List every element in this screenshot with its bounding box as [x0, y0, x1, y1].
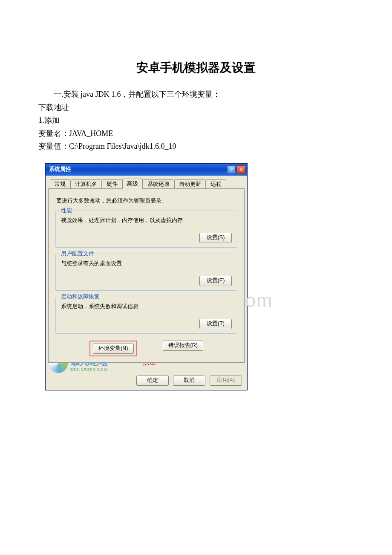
help-button[interactable]: ?	[227, 165, 236, 174]
group-startup-recovery: 启动和故障恢复 系统启动，系统失败和调试信息 设置(T)	[55, 297, 237, 334]
dialog-title: 系统属性	[49, 166, 71, 173]
group-user-profiles-legend: 用户配置文件	[59, 250, 96, 257]
dialog-client: www.bd .com 常规 计算机名 硬件 高级 系统还原 自动更新 远程 要…	[46, 176, 247, 390]
user-profiles-settings-button[interactable]: 设置(E)	[199, 276, 232, 286]
mid-button-row: 环境变量(N) 错误报告(R)	[55, 341, 237, 356]
document-body: 一.安装 java JDK 1.6，并配置以下三个环境变量： 下载地址 1.添加…	[38, 88, 354, 153]
startup-recovery-settings-button[interactable]: 设置(T)	[199, 319, 232, 329]
group-performance-legend: 性能	[59, 207, 74, 214]
group-performance-desc: 视觉效果，处理器计划，内存使用，以及虚拟内存	[61, 217, 232, 224]
apply-button[interactable]: 应用(A)	[210, 376, 242, 386]
tab-advanced[interactable]: 高级	[122, 179, 143, 189]
group-startup-recovery-desc: 系统启动，系统失败和调试信息	[61, 303, 232, 310]
error-reporting-button[interactable]: 错误报告(R)	[163, 341, 203, 351]
dialog-bottom-buttons: 确定 取消 应用(A)	[48, 376, 245, 386]
admin-note: 要进行大多数改动，您必须作为管理员登录。	[56, 197, 236, 205]
tab-panel-advanced: 要进行大多数改动，您必须作为管理员登录。 性能 视觉效果，处理器计划，内存使用，…	[48, 188, 245, 363]
close-button[interactable]: ×	[237, 165, 245, 174]
doc-line-3: 1.添加	[38, 114, 354, 127]
system-properties-dialog: 系统属性 ? × www.bd .com 常规 计算机名 硬件 高级 系统还原 …	[45, 163, 248, 390]
ok-button[interactable]: 确定	[136, 376, 169, 386]
dialog-titlebar: 系统属性 ? ×	[46, 164, 247, 176]
doc-line-1: 一.安装 java JDK 1.6，并配置以下三个环境变量：	[38, 88, 354, 101]
forum-sub: BBS.CRSKY.COM	[70, 367, 108, 372]
cancel-button[interactable]: 取消	[173, 376, 205, 386]
group-user-profiles-desc: 与您登录有关的桌面设置	[61, 260, 232, 267]
environment-variables-button[interactable]: 环境变量(N)	[93, 344, 133, 354]
group-startup-recovery-legend: 启动和故障恢复	[59, 293, 101, 301]
env-vars-highlight: 环境变量(N)	[89, 341, 137, 356]
doc-line-2: 下载地址	[38, 101, 354, 114]
tab-strip: 常规 计算机名 硬件 高级 系统还原 自动更新 远程	[48, 178, 245, 189]
performance-settings-button[interactable]: 设置(S)	[199, 233, 232, 243]
doc-line-5: 变量值：C:\Program Files\Java\jdk1.6.0_10	[38, 140, 354, 153]
doc-line-4: 变量名：JAVA_HOME	[38, 127, 354, 140]
document-title: 安卓手机模拟器及设置	[38, 60, 354, 76]
group-performance: 性能 视觉效果，处理器计划，内存使用，以及虚拟内存 设置(S)	[55, 211, 237, 248]
group-user-profiles: 用户配置文件 与您登录有关的桌面设置 设置(E)	[55, 254, 237, 291]
